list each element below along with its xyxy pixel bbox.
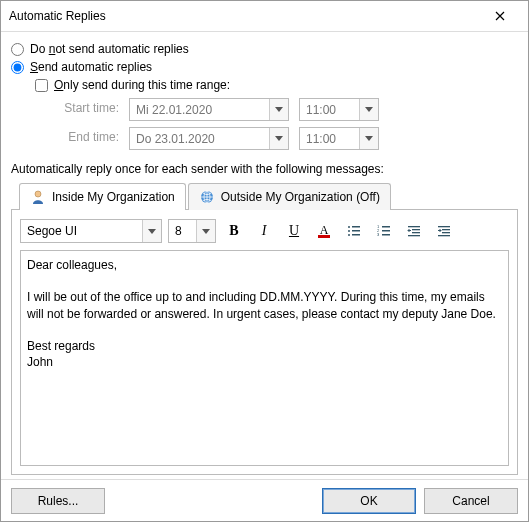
svg-rect-19 — [438, 226, 450, 227]
svg-rect-4 — [352, 226, 360, 228]
numbering-button[interactable]: 123 — [372, 219, 396, 243]
chevron-down-icon — [148, 229, 156, 234]
svg-rect-10 — [382, 226, 390, 228]
start-date-combo[interactable]: Mi 22.01.2020 — [129, 98, 289, 121]
start-date-dropdown[interactable] — [269, 99, 288, 120]
rules-button[interactable]: Rules... — [11, 488, 105, 514]
start-time-dropdown[interactable] — [359, 99, 378, 120]
section-reply-text: Automatically reply once for each sender… — [11, 162, 518, 176]
end-date-dropdown[interactable] — [269, 128, 288, 149]
indent-button[interactable] — [432, 219, 456, 243]
time-range-grid: Start time: Mi 22.01.2020 11:00 End time… — [49, 98, 518, 150]
tab-panel: Segoe UI 8 B I U A 123 — [11, 209, 518, 475]
svg-rect-22 — [438, 235, 450, 236]
outdent-icon — [407, 224, 421, 238]
svg-point-7 — [348, 234, 350, 236]
message-editor[interactable]: Dear colleagues, I will be out of the of… — [20, 250, 509, 466]
tab-inside-label: Inside My Organization — [52, 190, 175, 204]
dialog-body: Do not send automatic replies Send autom… — [1, 32, 528, 479]
numbering-icon: 123 — [377, 224, 391, 238]
tab-outside-org[interactable]: Outside My Organization (Off) — [188, 183, 391, 210]
size-dropdown[interactable] — [196, 220, 215, 242]
chevron-down-icon — [365, 107, 373, 112]
bullets-button[interactable] — [342, 219, 366, 243]
label-do-not-send: Do not send automatic replies — [30, 42, 189, 56]
close-button[interactable] — [480, 1, 520, 31]
font-color-icon: A — [318, 225, 330, 238]
bold-button[interactable]: B — [222, 219, 246, 243]
svg-rect-14 — [382, 234, 390, 236]
dialog-footer: Rules... OK Cancel — [1, 479, 528, 521]
tab-outside-label: Outside My Organization (Off) — [221, 190, 380, 204]
size-combo[interactable]: 8 — [168, 219, 216, 243]
svg-rect-18 — [408, 235, 420, 236]
svg-rect-15 — [408, 226, 420, 227]
window-title: Automatic Replies — [9, 9, 480, 23]
svg-rect-20 — [442, 229, 450, 230]
option-send[interactable]: Send automatic replies — [11, 60, 518, 74]
svg-point-0 — [35, 191, 41, 197]
checkbox-only-range[interactable] — [35, 79, 48, 92]
tab-inside-org[interactable]: Inside My Organization — [19, 183, 186, 210]
end-time-value: 11:00 — [300, 132, 359, 146]
bullets-icon — [347, 224, 361, 238]
titlebar: Automatic Replies — [1, 1, 528, 32]
italic-icon: I — [262, 223, 267, 239]
underline-icon: U — [289, 223, 299, 239]
end-time-dropdown[interactable] — [359, 128, 378, 149]
end-date-value: Do 23.01.2020 — [130, 132, 269, 146]
chevron-down-icon — [365, 136, 373, 141]
start-time-combo[interactable]: 11:00 — [299, 98, 379, 121]
svg-rect-21 — [442, 232, 450, 233]
svg-rect-17 — [412, 232, 420, 233]
chevron-down-icon — [275, 107, 283, 112]
outdent-button[interactable] — [402, 219, 426, 243]
tabs: Inside My Organization Outside My Organi… — [11, 182, 518, 209]
cancel-button[interactable]: Cancel — [424, 488, 518, 514]
font-value: Segoe UI — [21, 224, 142, 238]
italic-button[interactable]: I — [252, 219, 276, 243]
chevron-down-icon — [202, 229, 210, 234]
option-only-range[interactable]: Only send during this time range: — [35, 78, 518, 92]
svg-rect-12 — [382, 230, 390, 232]
globe-icon — [199, 189, 215, 205]
svg-rect-8 — [352, 234, 360, 236]
close-icon — [495, 11, 505, 21]
svg-rect-16 — [412, 229, 420, 230]
label-only-range: Only send during this time range: — [54, 78, 230, 92]
start-time-value: 11:00 — [300, 103, 359, 117]
radio-send[interactable] — [11, 61, 24, 74]
size-value: 8 — [169, 224, 196, 238]
end-time-combo[interactable]: 11:00 — [299, 127, 379, 150]
svg-point-5 — [348, 230, 350, 232]
underline-button[interactable]: U — [282, 219, 306, 243]
end-date-combo[interactable]: Do 23.01.2020 — [129, 127, 289, 150]
font-color-button[interactable]: A — [312, 219, 336, 243]
option-do-not-send[interactable]: Do not send automatic replies — [11, 42, 518, 56]
svg-point-3 — [348, 226, 350, 228]
radio-do-not-send[interactable] — [11, 43, 24, 56]
font-combo[interactable]: Segoe UI — [20, 219, 162, 243]
start-time-label: Start time: — [49, 98, 119, 121]
svg-rect-6 — [352, 230, 360, 232]
ok-button[interactable]: OK — [322, 488, 416, 514]
automatic-replies-dialog: Automatic Replies Do not send automatic … — [0, 0, 529, 522]
label-send: Send automatic replies — [30, 60, 152, 74]
svg-text:3: 3 — [377, 232, 380, 237]
format-toolbar: Segoe UI 8 B I U A 123 — [20, 218, 509, 244]
person-icon — [30, 189, 46, 205]
font-dropdown[interactable] — [142, 220, 161, 242]
end-time-label: End time: — [49, 127, 119, 150]
start-date-value: Mi 22.01.2020 — [130, 103, 269, 117]
bold-icon: B — [229, 223, 238, 239]
chevron-down-icon — [275, 136, 283, 141]
indent-icon — [437, 224, 451, 238]
